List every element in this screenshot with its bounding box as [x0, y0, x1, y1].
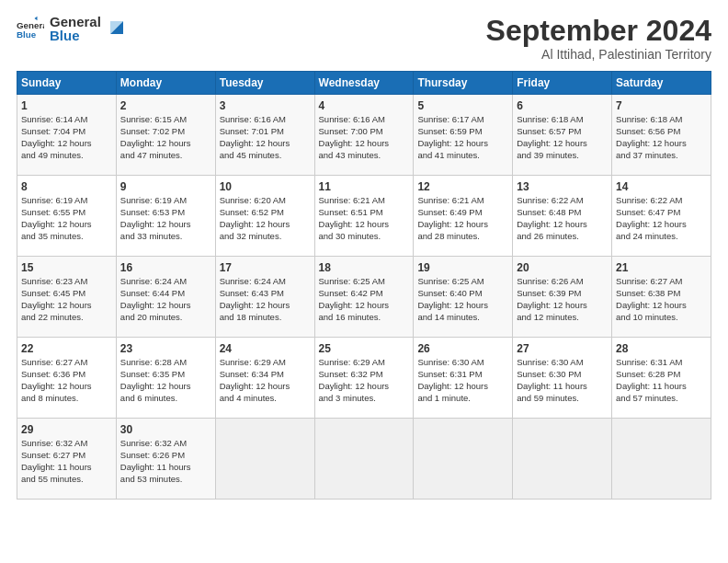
calendar-cell [513, 419, 612, 500]
day-detail-line: and 14 minutes. [417, 312, 508, 324]
calendar-cell: 5Sunrise: 6:17 AMSunset: 6:59 PMDaylight… [414, 95, 513, 176]
day-detail-line: and 10 minutes. [616, 312, 707, 324]
day-detail-line: Sunrise: 6:22 AM [616, 195, 707, 207]
day-detail-line: Daylight: 12 hours [220, 138, 311, 150]
day-detail-line: Sunset: 6:30 PM [517, 369, 608, 381]
day-detail-line: and 18 minutes. [220, 312, 311, 324]
day-number: 5 [417, 98, 508, 113]
day-number: 14 [616, 179, 707, 194]
day-detail-line: Daylight: 12 hours [319, 219, 410, 231]
day-detail-line: Sunrise: 6:22 AM [517, 195, 608, 207]
day-number: 24 [220, 341, 311, 356]
calendar-cell: 11Sunrise: 6:21 AMSunset: 6:51 PMDayligh… [314, 176, 414, 257]
weekday-header-tuesday: Tuesday [215, 72, 314, 95]
calendar-cell: 14Sunrise: 6:22 AMSunset: 6:47 PMDayligh… [612, 176, 711, 257]
calendar-cell: 18Sunrise: 6:25 AMSunset: 6:42 PMDayligh… [314, 257, 414, 338]
calendar-cell: 8Sunrise: 6:19 AMSunset: 6:55 PMDaylight… [17, 176, 117, 257]
day-detail-line: Sunset: 6:36 PM [21, 369, 112, 381]
logo: General Blue General Blue [17, 15, 127, 43]
day-number: 7 [616, 98, 707, 113]
day-detail-line: Sunset: 6:52 PM [220, 207, 311, 219]
calendar-cell: 19Sunrise: 6:25 AMSunset: 6:40 PMDayligh… [414, 257, 513, 338]
day-number: 22 [21, 341, 112, 356]
day-detail-line: Daylight: 12 hours [417, 138, 508, 150]
day-detail-line: Sunrise: 6:21 AM [417, 195, 508, 207]
day-number: 6 [517, 98, 608, 113]
day-detail-line: Sunset: 6:57 PM [517, 126, 608, 138]
day-number: 20 [517, 260, 608, 275]
calendar-cell: 3Sunrise: 6:16 AMSunset: 7:01 PMDaylight… [215, 95, 314, 176]
day-detail-line: Daylight: 12 hours [616, 219, 707, 231]
day-detail-line: Sunrise: 6:16 AM [220, 114, 311, 126]
day-number: 18 [319, 260, 410, 275]
day-detail-line: Daylight: 12 hours [417, 219, 508, 231]
day-detail-line: Sunrise: 6:29 AM [319, 357, 410, 369]
day-number: 26 [417, 341, 508, 356]
day-detail-line: Sunrise: 6:19 AM [120, 195, 211, 207]
day-number: 28 [616, 341, 707, 356]
calendar-cell: 2Sunrise: 6:15 AMSunset: 7:02 PMDaylight… [116, 95, 215, 176]
day-detail-line: and 53 minutes. [120, 474, 211, 486]
day-detail-line: Sunrise: 6:21 AM [319, 195, 410, 207]
calendar-body: 1Sunrise: 6:14 AMSunset: 7:04 PMDaylight… [17, 95, 711, 500]
day-detail-line: Daylight: 12 hours [21, 300, 112, 312]
calendar-cell: 9Sunrise: 6:19 AMSunset: 6:53 PMDaylight… [116, 176, 215, 257]
day-detail-line: Sunrise: 6:18 AM [517, 114, 608, 126]
day-detail-line: and 16 minutes. [319, 312, 410, 324]
calendar-cell: 6Sunrise: 6:18 AMSunset: 6:57 PMDaylight… [513, 95, 612, 176]
day-number: 11 [319, 179, 410, 194]
calendar-cell [612, 419, 711, 500]
day-detail-line: Daylight: 12 hours [120, 219, 211, 231]
day-detail-line: Daylight: 12 hours [220, 381, 311, 393]
day-detail-line: Sunrise: 6:18 AM [616, 114, 707, 126]
day-detail-line: Sunrise: 6:32 AM [120, 438, 211, 450]
calendar-week-row: 1Sunrise: 6:14 AMSunset: 7:04 PMDaylight… [17, 95, 711, 176]
day-detail-line: and 49 minutes. [21, 150, 112, 162]
day-number: 15 [21, 260, 112, 275]
calendar-cell: 7Sunrise: 6:18 AMSunset: 6:56 PMDaylight… [612, 95, 711, 176]
calendar-cell: 13Sunrise: 6:22 AMSunset: 6:48 PMDayligh… [513, 176, 612, 257]
day-detail-line: Sunset: 6:28 PM [616, 369, 707, 381]
day-detail-line: Sunrise: 6:30 AM [517, 357, 608, 369]
day-detail-line: Sunrise: 6:23 AM [21, 276, 112, 288]
calendar-cell [314, 419, 414, 500]
calendar-cell: 23Sunrise: 6:28 AMSunset: 6:35 PMDayligh… [116, 338, 215, 419]
day-detail-line: Sunset: 6:32 PM [319, 369, 410, 381]
day-detail-line: Sunset: 6:42 PM [319, 288, 410, 300]
day-detail-line: Daylight: 11 hours [616, 381, 707, 393]
day-detail-line: Sunrise: 6:30 AM [417, 357, 508, 369]
day-detail-line: and 6 minutes. [120, 393, 211, 405]
day-detail-line: and 24 minutes. [616, 231, 707, 243]
day-detail-line: Daylight: 12 hours [616, 138, 707, 150]
day-detail-line: and 30 minutes. [319, 231, 410, 243]
day-detail-line: Sunrise: 6:27 AM [616, 276, 707, 288]
day-number: 23 [120, 341, 211, 356]
calendar-cell [215, 419, 314, 500]
weekday-header-monday: Monday [116, 72, 215, 95]
calendar-week-row: 8Sunrise: 6:19 AMSunset: 6:55 PMDaylight… [17, 176, 711, 257]
weekday-header-thursday: Thursday [414, 72, 513, 95]
calendar-cell: 15Sunrise: 6:23 AMSunset: 6:45 PMDayligh… [17, 257, 117, 338]
day-number: 27 [517, 341, 608, 356]
day-detail-line: Sunrise: 6:19 AM [21, 195, 112, 207]
day-detail-line: and 37 minutes. [616, 150, 707, 162]
day-detail-line: Daylight: 12 hours [517, 219, 608, 231]
svg-text:Blue: Blue [17, 29, 37, 40]
calendar-week-row: 15Sunrise: 6:23 AMSunset: 6:45 PMDayligh… [17, 257, 711, 338]
logo-blue: Blue [50, 29, 101, 44]
calendar-cell: 16Sunrise: 6:24 AMSunset: 6:44 PMDayligh… [116, 257, 215, 338]
calendar-cell: 4Sunrise: 6:16 AMSunset: 7:00 PMDaylight… [314, 95, 414, 176]
day-detail-line: Sunrise: 6:29 AM [220, 357, 311, 369]
day-number: 30 [120, 422, 211, 437]
day-detail-line: Sunset: 6:44 PM [120, 288, 211, 300]
day-number: 10 [220, 179, 311, 194]
header: General Blue General Blue September 2024… [17, 15, 711, 62]
calendar-cell: 26Sunrise: 6:30 AMSunset: 6:31 PMDayligh… [414, 338, 513, 419]
day-detail-line: Daylight: 12 hours [616, 300, 707, 312]
day-detail-line: and 39 minutes. [517, 150, 608, 162]
calendar-cell: 17Sunrise: 6:24 AMSunset: 6:43 PMDayligh… [215, 257, 314, 338]
day-detail-line: and 3 minutes. [319, 393, 410, 405]
day-detail-line: Sunset: 6:26 PM [120, 450, 211, 462]
calendar-cell: 29Sunrise: 6:32 AMSunset: 6:27 PMDayligh… [17, 419, 117, 500]
day-detail-line: and 47 minutes. [120, 150, 211, 162]
